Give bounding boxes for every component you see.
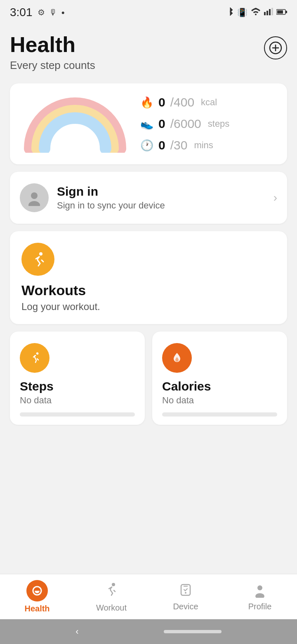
- mini-cards-grid: Steps No data Calories No data: [10, 331, 287, 425]
- android-nav-bar: ‹: [0, 619, 297, 644]
- health-nav-icon-circle: [26, 580, 48, 601]
- mins-current: 0: [158, 138, 165, 152]
- profile-nav-label: Profile: [248, 602, 272, 611]
- calories-current: 0: [158, 95, 165, 109]
- flame-icon: 🔥: [140, 96, 153, 109]
- avatar: [20, 183, 49, 212]
- bluetooth-icon: [226, 7, 234, 19]
- status-time: 3:01: [10, 6, 33, 19]
- health-nav-label: Health: [24, 604, 50, 613]
- signin-text: Sign in Sign in to sync your device: [57, 185, 265, 211]
- dot-icon: ●: [61, 9, 65, 16]
- bottom-nav: Health Workout Device: [0, 574, 297, 619]
- workout-nav-icon: [104, 581, 119, 601]
- svg-rect-3: [271, 8, 273, 15]
- android-back-button[interactable]: ‹: [75, 626, 78, 637]
- gear-icon: ⚙: [38, 7, 45, 17]
- svg-point-17: [257, 585, 262, 590]
- chevron-right-icon: ›: [273, 191, 277, 204]
- svg-point-11: [28, 201, 40, 206]
- svg-rect-5: [285, 11, 287, 13]
- page-subtitle: Every step counts: [10, 59, 95, 72]
- steps-mini-subtitle: No data: [20, 395, 135, 406]
- status-bar: 3:01 ⚙ 🎙 ● 📳: [0, 0, 297, 25]
- workouts-subtitle: Log your workout.: [21, 301, 276, 313]
- vibrate-icon: 📳: [237, 7, 248, 17]
- calories-mini-icon-circle: [162, 343, 192, 373]
- svg-rect-6: [277, 10, 283, 14]
- signin-subtitle: Sign in to sync your device: [57, 200, 265, 211]
- steps-mini-card[interactable]: Steps No data: [10, 331, 145, 425]
- nav-item-profile[interactable]: Profile: [223, 582, 297, 611]
- nav-item-device[interactable]: Device: [148, 582, 223, 611]
- svg-point-18: [255, 593, 264, 598]
- clock-icon: 🕐: [140, 139, 153, 152]
- mins-stat: 🕐 0 /30 mins: [140, 138, 276, 152]
- shoe-icon: 👟: [140, 118, 153, 130]
- device-nav-label: Device: [173, 602, 198, 611]
- svg-rect-1: [266, 11, 268, 15]
- steps-unit: steps: [208, 118, 230, 129]
- workouts-title: Workouts: [21, 282, 276, 298]
- workouts-card[interactable]: Workouts Log your workout.: [10, 231, 287, 324]
- calories-unit: kcal: [201, 97, 217, 108]
- nav-item-health[interactable]: Health: [0, 580, 74, 613]
- header: Health Every step counts: [10, 33, 287, 72]
- svg-point-16: [185, 592, 186, 594]
- wifi-icon: [251, 8, 261, 17]
- workout-nav-label: Workout: [96, 603, 127, 613]
- steps-current: 0: [158, 117, 165, 131]
- mins-goal: /30: [170, 138, 188, 152]
- mic-icon: 🎙: [49, 8, 57, 17]
- profile-nav-icon: [252, 582, 268, 599]
- signin-title: Sign in: [57, 185, 265, 199]
- steps-mini-icon-circle: [20, 343, 50, 373]
- main-content: Health Every step counts 🔥 0 /4: [0, 25, 297, 507]
- mins-unit: mins: [194, 140, 213, 151]
- svg-rect-0: [264, 12, 266, 15]
- svg-point-10: [31, 192, 38, 199]
- steps-mini-title: Steps: [20, 379, 135, 393]
- nav-item-workout[interactable]: Workout: [74, 581, 148, 613]
- calories-mini-title: Calories: [162, 379, 277, 393]
- stats-list: 🔥 0 /400 kcal 👟 0 /6000 steps 🕐 0 /30 mi…: [140, 95, 276, 152]
- add-button[interactable]: [264, 36, 287, 59]
- signal-icon: [264, 8, 273, 17]
- svg-rect-2: [269, 9, 271, 15]
- steps-stat: 👟 0 /6000 steps: [140, 117, 276, 131]
- stats-card: 🔥 0 /400 kcal 👟 0 /6000 steps 🕐 0 /30 mi…: [10, 83, 287, 164]
- page-title: Health: [10, 33, 95, 57]
- android-home-pill[interactable]: [164, 630, 222, 633]
- calories-mini-card[interactable]: Calories No data: [152, 331, 287, 425]
- battery-icon: [276, 8, 287, 17]
- rainbow-visual: [21, 95, 129, 153]
- svg-point-12: [39, 252, 42, 256]
- device-nav-icon: [178, 582, 193, 599]
- steps-goal: /6000: [170, 117, 201, 131]
- signin-card[interactable]: Sign in Sign in to sync your device ›: [10, 172, 287, 224]
- calories-mini-subtitle: No data: [162, 395, 277, 406]
- svg-point-14: [112, 583, 115, 586]
- workout-icon-circle: [21, 243, 54, 276]
- steps-mini-bar: [20, 412, 135, 417]
- calories-mini-bar: [162, 412, 277, 417]
- calories-stat: 🔥 0 /400 kcal: [140, 95, 276, 109]
- calories-goal: /400: [170, 95, 194, 109]
